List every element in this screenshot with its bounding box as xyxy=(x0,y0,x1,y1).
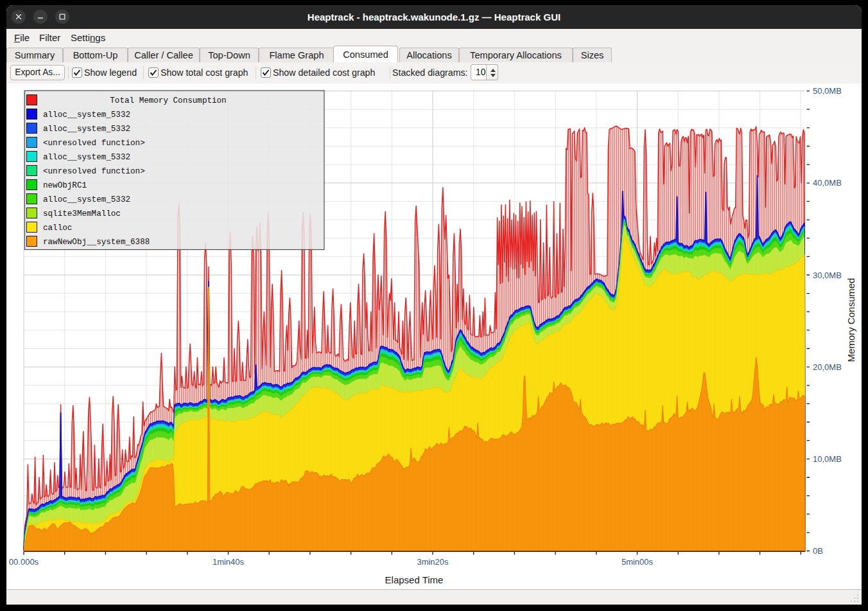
svg-text:40,0MB: 40,0MB xyxy=(813,178,842,188)
svg-text:Elapsed Time: Elapsed Time xyxy=(385,574,444,585)
svg-text:30,0MB: 30,0MB xyxy=(813,270,842,280)
svg-text:rawNewObj__system_6388: rawNewObj__system_6388 xyxy=(43,238,150,247)
svg-text:3min20s: 3min20s xyxy=(417,557,449,567)
svg-text:5min00s: 5min00s xyxy=(621,557,654,567)
svg-text:Total Memory Consumption: Total Memory Consumption xyxy=(110,96,226,105)
svg-text:00.000s: 00.000s xyxy=(9,557,39,567)
svg-text:<unresolved function>: <unresolved function> xyxy=(43,139,145,148)
svg-text:Memory Consumed: Memory Consumed xyxy=(846,278,856,362)
svg-text:20,0MB: 20,0MB xyxy=(813,362,842,372)
svg-text:sqlite3MemMalloc: sqlite3MemMalloc xyxy=(43,209,121,218)
svg-text:alloc__system_5332: alloc__system_5332 xyxy=(43,195,130,204)
svg-text:10,0MB: 10,0MB xyxy=(813,454,842,464)
svg-text:alloc__system_5332: alloc__system_5332 xyxy=(43,153,130,162)
svg-text:newObjRC1: newObjRC1 xyxy=(43,181,87,190)
svg-text:<unresolved function>: <unresolved function> xyxy=(43,167,145,176)
svg-text:alloc__system_5332: alloc__system_5332 xyxy=(43,111,130,120)
svg-text:calloc: calloc xyxy=(43,224,72,233)
svg-text:1min40s: 1min40s xyxy=(213,557,245,567)
svg-text:alloc__system_5332: alloc__system_5332 xyxy=(43,125,130,134)
svg-text:50,0MB: 50,0MB xyxy=(813,86,842,96)
svg-text:0B: 0B xyxy=(813,546,823,556)
